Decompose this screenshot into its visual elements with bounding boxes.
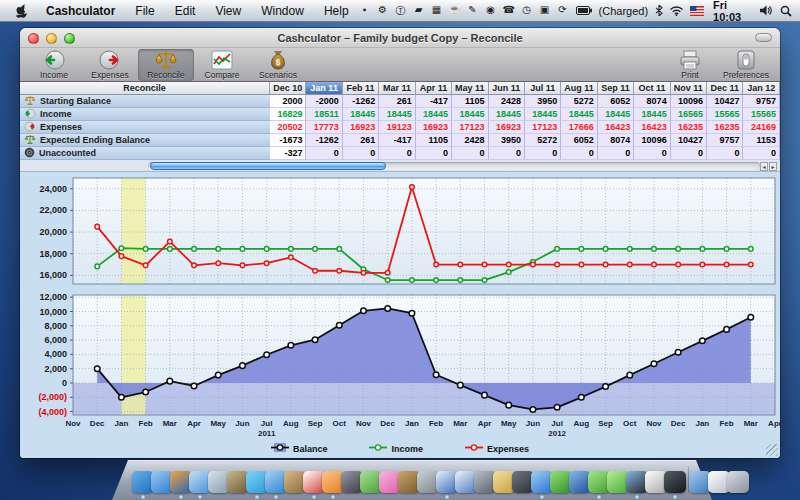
apple-menu-icon[interactable]	[8, 4, 36, 18]
table-cell[interactable]: 6052	[598, 95, 634, 108]
column-header-may-11[interactable]: May 11	[452, 82, 488, 95]
phone-icon[interactable]: ☎	[503, 4, 515, 18]
table-cell[interactable]: 18445	[634, 108, 670, 121]
wifi-icon[interactable]	[670, 6, 683, 16]
table-cell[interactable]: 16829	[270, 108, 306, 121]
menu-help[interactable]: Help	[314, 0, 359, 22]
table-cell[interactable]: 18445	[379, 108, 415, 121]
table-cell[interactable]: 9757	[743, 95, 779, 108]
table-cell[interactable]: 5272	[561, 95, 597, 108]
column-header-mar-11[interactable]: Mar 11	[379, 82, 415, 95]
table-cell[interactable]: 0	[743, 147, 779, 160]
table-cell[interactable]: 15565	[743, 108, 779, 121]
table-cell[interactable]: 18445	[561, 108, 597, 121]
zoom-button[interactable]	[64, 33, 75, 44]
minimize-button[interactable]	[46, 33, 57, 44]
circled-t-icon[interactable]: Ⓣ	[395, 4, 407, 18]
folder-status-icon[interactable]: ▰	[413, 4, 425, 18]
table-cell[interactable]: 16423	[598, 121, 634, 134]
table-cell[interactable]: 16923	[489, 121, 525, 134]
preferences-button[interactable]: Preferences	[718, 49, 774, 81]
table-cell[interactable]: 2000	[270, 95, 306, 108]
photo-booth-icon[interactable]: ▪	[359, 4, 371, 18]
table-cell[interactable]: 1153	[743, 134, 779, 147]
column-header-aug-11[interactable]: Aug 11	[561, 82, 597, 95]
table-cell[interactable]: 18445	[525, 108, 561, 121]
title-bar[interactable]: Cashculator – Family budget Copy – Recon…	[20, 28, 780, 48]
table-cell[interactable]: -417	[416, 95, 452, 108]
compare-button[interactable]: Compare	[194, 49, 250, 81]
scrollbar-thumb[interactable]	[150, 162, 386, 170]
window-resize-grip[interactable]	[766, 444, 778, 456]
battery-icon[interactable]	[576, 6, 592, 15]
table-cell[interactable]: 18445	[343, 108, 379, 121]
table-cell[interactable]: 19123	[379, 121, 415, 134]
table-cell[interactable]: 10096	[634, 134, 670, 147]
table-cell[interactable]: 17123	[452, 121, 488, 134]
table-cell[interactable]: 261	[343, 134, 379, 147]
table-cell[interactable]: -1673	[270, 134, 306, 147]
column-header-dec-11[interactable]: Dec 11	[707, 82, 743, 95]
table-cell[interactable]: 0	[379, 147, 415, 160]
table-cell[interactable]: 9757	[707, 134, 743, 147]
expenses-button[interactable]: Expenses	[82, 49, 138, 81]
column-header-feb-11[interactable]: Feb 11	[343, 82, 379, 95]
table-cell[interactable]: -1262	[343, 95, 379, 108]
cup-icon[interactable]: ☕	[449, 4, 461, 18]
refresh-icon[interactable]: ⟳	[557, 4, 569, 18]
table-cell[interactable]: 17773	[306, 121, 342, 134]
print-button[interactable]: Print	[662, 49, 718, 81]
input-language-flag-icon[interactable]	[690, 6, 704, 16]
table-cell[interactable]: 16923	[343, 121, 379, 134]
table-cell[interactable]: 1105	[452, 95, 488, 108]
row-label-unaccounted[interactable]: Unaccounted	[20, 147, 270, 160]
menu-view[interactable]: View	[205, 0, 251, 22]
column-header-nov-11[interactable]: Nov 11	[671, 82, 707, 95]
table-cell[interactable]: 6052	[561, 134, 597, 147]
table-cell[interactable]: 0	[671, 147, 707, 160]
row-label-expenses[interactable]: Expenses	[20, 121, 270, 134]
table-cell[interactable]: 0	[452, 147, 488, 160]
row-label-expected-ending-balance[interactable]: Expected Ending Balance	[20, 134, 270, 147]
table-cell[interactable]: 0	[525, 147, 561, 160]
column-header-oct-11[interactable]: Oct 11	[634, 82, 670, 95]
table-cell[interactable]: -1262	[306, 134, 342, 147]
table-cell[interactable]: 8074	[634, 95, 670, 108]
menu-window[interactable]: Window	[251, 0, 314, 22]
blue-app-icon[interactable]: ▣	[539, 4, 551, 18]
table-cell[interactable]: 1105	[416, 134, 452, 147]
menu-edit[interactable]: Edit	[165, 0, 206, 22]
menu-file[interactable]: File	[125, 0, 164, 22]
table-cell[interactable]: 261	[379, 95, 415, 108]
table-cell[interactable]: 3950	[525, 95, 561, 108]
close-button[interactable]	[28, 33, 39, 44]
table-cell[interactable]: 18511	[306, 108, 342, 121]
table-cell[interactable]: 18445	[452, 108, 488, 121]
table-cell[interactable]: 16235	[671, 121, 707, 134]
spotlight-search-icon[interactable]	[780, 5, 792, 17]
table-cell[interactable]: 10096	[671, 95, 707, 108]
table-cell[interactable]: 2428	[452, 134, 488, 147]
volume-icon[interactable]	[760, 5, 773, 16]
table-cell[interactable]: 16235	[707, 121, 743, 134]
column-header-jun-11[interactable]: Jun 11	[489, 82, 525, 95]
table-cell[interactable]: 8074	[598, 134, 634, 147]
table-cell[interactable]: 10427	[707, 95, 743, 108]
menu-cashculator[interactable]: Cashculator	[36, 0, 125, 22]
pencil-status-icon[interactable]: ✎	[467, 4, 479, 18]
table-cell[interactable]: -417	[379, 134, 415, 147]
toolbar-toggle-lozenge[interactable]	[755, 33, 772, 42]
table-cell[interactable]: 5272	[525, 134, 561, 147]
table-cell[interactable]: 16565	[671, 108, 707, 121]
column-header-sep-11[interactable]: Sep 11	[598, 82, 634, 95]
scenarios-button[interactable]: $Scenarios	[250, 49, 306, 81]
income-button[interactable]: Income	[26, 49, 82, 81]
table-cell[interactable]: 0	[634, 147, 670, 160]
row-label-income[interactable]: Income	[20, 108, 270, 121]
table-cell[interactable]: 15565	[707, 108, 743, 121]
bluetooth-icon[interactable]	[655, 5, 663, 16]
table-cell[interactable]: 0	[489, 147, 525, 160]
table-cell[interactable]: 18445	[598, 108, 634, 121]
clock-status-icon[interactable]: ◷	[521, 4, 533, 18]
column-header-jan-11[interactable]: Jan 11	[306, 82, 342, 95]
